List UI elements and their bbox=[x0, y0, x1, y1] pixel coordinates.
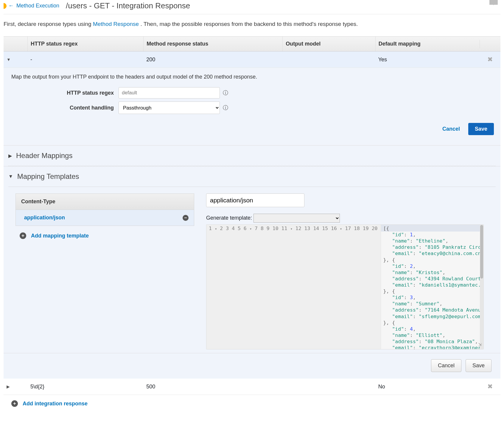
cell-regex: - bbox=[27, 52, 143, 67]
intro-pre: First, declare response types using bbox=[4, 21, 93, 27]
cell-status: 200 bbox=[143, 52, 282, 67]
plus-icon: + bbox=[20, 232, 26, 239]
col-method-status: Method response status bbox=[143, 37, 282, 51]
caret-right-icon[interactable]: ▶ bbox=[4, 380, 27, 393]
cell-model bbox=[282, 55, 375, 64]
generate-template-label: Generate template: bbox=[206, 215, 252, 221]
cell-status: 500 bbox=[143, 379, 282, 394]
add-mapping-template[interactable]: + Add mapping template bbox=[15, 226, 194, 239]
template-cancel-button[interactable]: Cancel bbox=[431, 359, 461, 372]
remove-content-type-icon[interactable]: − bbox=[183, 215, 189, 221]
book-icon[interactable] bbox=[489, 0, 499, 9]
regex-label: HTTP status regex bbox=[8, 90, 119, 96]
regex-input[interactable] bbox=[119, 87, 220, 99]
section-mapping-templates: ▼ Mapping Templates Content-Type applica… bbox=[4, 166, 500, 353]
template-editor-pane: Generate template: 1 ▾ 2 3 4 5 6 ▾ 7 8 9… bbox=[206, 193, 496, 349]
col-default-map: Default mapping bbox=[375, 37, 480, 51]
code-editor[interactable]: 1 ▾ 2 3 4 5 6 ▾ 7 8 9 10 11 ▾ 12 13 14 1… bbox=[206, 224, 484, 349]
breadcrumb-bar: ← Method Execution /users - GET - Integr… bbox=[4, 0, 500, 14]
header-mappings-toggle[interactable]: ▶ Header Mappings bbox=[8, 146, 496, 166]
header-mappings-label: Header Mappings bbox=[16, 151, 72, 160]
cell-default: No bbox=[375, 379, 480, 394]
col-output-model: Output model bbox=[282, 37, 375, 51]
back-link[interactable]: ← Method Execution bbox=[8, 3, 59, 9]
mapping-templates-toggle[interactable]: ▼ Mapping Templates bbox=[8, 166, 496, 187]
plus-icon: + bbox=[11, 400, 18, 407]
section-header-mappings: ▶ Header Mappings bbox=[4, 146, 500, 166]
page-title: /users - GET - Integration Response bbox=[66, 1, 190, 10]
template-save-button[interactable]: Save bbox=[466, 359, 491, 372]
status-dot-icon bbox=[4, 3, 7, 9]
intro-text: First, declare response types using Meth… bbox=[4, 14, 500, 36]
cell-default: Yes bbox=[375, 52, 480, 67]
content-handling-label: Content handling bbox=[8, 105, 119, 111]
delete-row-icon[interactable]: ✖ bbox=[480, 51, 500, 68]
col-http-regex: HTTP status regex bbox=[27, 37, 143, 51]
response-detail-200: Map the output from your HTTP endpoint t… bbox=[4, 68, 500, 146]
cell-regex: 5\d{2} bbox=[27, 379, 143, 394]
intro-post: . Then, map the possible responses from … bbox=[140, 21, 358, 27]
add-integration-response-label: Add integration response bbox=[23, 401, 88, 407]
template-actions: Cancel Save bbox=[4, 353, 500, 379]
content-type-list: Content-Type application/json − + Add ma… bbox=[15, 193, 194, 349]
add-integration-response[interactable]: + Add integration response bbox=[4, 395, 500, 407]
content-type-input[interactable] bbox=[206, 193, 304, 207]
info-icon[interactable]: ⓘ bbox=[223, 89, 228, 96]
resize-icon[interactable]: ⇲ bbox=[478, 340, 482, 347]
content-handling-select[interactable]: Passthrough bbox=[119, 101, 220, 114]
cancel-button[interactable]: Cancel bbox=[438, 123, 464, 135]
caret-down-icon: ▼ bbox=[8, 174, 13, 179]
content-type-row[interactable]: application/json − bbox=[15, 210, 194, 226]
content-type-value: application/json bbox=[24, 215, 65, 221]
mapping-templates-label: Mapping Templates bbox=[17, 172, 79, 181]
save-button[interactable]: Save bbox=[468, 123, 494, 135]
response-table-header: HTTP status regex Method response status… bbox=[4, 37, 500, 51]
back-link-label: Method Execution bbox=[16, 3, 59, 9]
response-table: HTTP status regex Method response status… bbox=[4, 36, 500, 395]
response-row-200[interactable]: ▼ - 200 Yes ✖ bbox=[4, 51, 500, 68]
response-row-500[interactable]: ▶ 5\d{2} 500 No ✖ bbox=[4, 379, 500, 395]
cell-model bbox=[282, 382, 375, 391]
scrollbar-thumb[interactable] bbox=[480, 225, 483, 279]
generate-template-select[interactable] bbox=[253, 214, 340, 223]
add-mapping-template-label: Add mapping template bbox=[31, 233, 89, 239]
arrow-left-icon: ← bbox=[8, 3, 14, 9]
method-response-link[interactable]: Method Response bbox=[93, 21, 139, 27]
delete-row-icon[interactable]: ✖ bbox=[480, 379, 500, 395]
detail-note: Map the output from your HTTP endpoint t… bbox=[11, 74, 496, 80]
caret-down-icon[interactable]: ▼ bbox=[4, 53, 27, 66]
editor-scrollbar[interactable] bbox=[480, 225, 483, 349]
caret-right-icon: ▶ bbox=[8, 153, 12, 159]
content-type-header: Content-Type bbox=[15, 193, 194, 210]
info-icon[interactable]: ⓘ bbox=[223, 104, 228, 111]
